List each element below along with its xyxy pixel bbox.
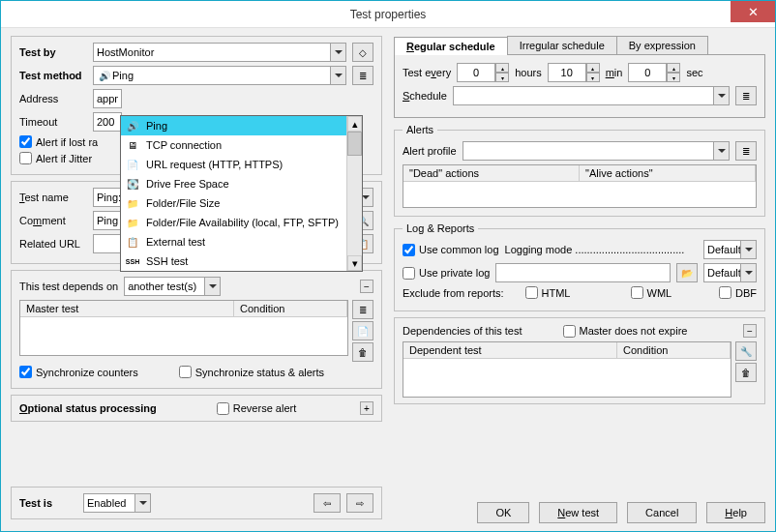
wml-checkbox[interactable] — [631, 286, 643, 299]
dropdown-item-drive[interactable]: 💽Drive Free Space — [121, 174, 362, 193]
address-label: Address — [19, 93, 87, 104]
timeout-label: Timeout — [19, 116, 87, 128]
reverse-alert-checkbox[interactable] — [217, 402, 229, 415]
private-log-input[interactable] — [495, 263, 671, 282]
dropdown-item-url[interactable]: 📄URL request (HTTP, HTTPS) — [121, 155, 362, 174]
chevron-down-icon[interactable] — [740, 241, 756, 258]
test-name-label: Test name — [19, 192, 87, 203]
master-test-table[interactable]: Master testCondition — [19, 300, 348, 356]
schedule-combo[interactable] — [453, 86, 730, 105]
folder-icon[interactable]: 📂 — [676, 263, 698, 282]
dropdown-item-tcp[interactable]: 🖥TCP connection — [121, 135, 362, 155]
chevron-down-icon[interactable] — [713, 142, 729, 160]
dbf-checkbox[interactable] — [719, 286, 731, 299]
use-common-checkbox[interactable] — [403, 244, 415, 256]
help-button[interactable]: Help — [706, 502, 765, 523]
sec-spinner[interactable]: ▴▾ — [628, 63, 680, 82]
comment-label: Comment — [19, 215, 87, 226]
chevron-down-icon[interactable] — [204, 278, 220, 295]
schedule-label: Schedule — [403, 90, 447, 102]
dropdown-item-ping[interactable]: 🔊Ping — [121, 116, 362, 135]
depends-label: This test depends on — [19, 281, 118, 292]
alert-lost-checkbox[interactable] — [19, 135, 32, 148]
logging-mode-combo[interactable]: Default — [703, 240, 757, 259]
master-expire-checkbox[interactable] — [563, 325, 576, 338]
html-checkbox[interactable] — [525, 286, 538, 299]
chevron-down-icon[interactable] — [713, 87, 729, 104]
tab-regular[interactable]: Regular schedule — [394, 37, 508, 55]
sync-status-checkbox[interactable] — [179, 366, 192, 378]
test-every-label: Test every — [403, 67, 451, 78]
next-button[interactable]: ⇨ — [346, 493, 373, 513]
deps-label: Dependencies of this test — [403, 325, 522, 337]
alert-jitter-checkbox[interactable] — [19, 152, 32, 164]
test-by-label: Test by — [19, 46, 87, 58]
log-fieldset: Log & Reports Use common log Logging mod… — [394, 222, 765, 311]
expand-icon[interactable]: + — [360, 401, 373, 415]
col-master: Master test — [20, 301, 234, 316]
test-by-combo[interactable]: HostMonitor — [93, 43, 346, 62]
scroll-up-icon[interactable]: ▴ — [347, 116, 362, 132]
private-mode-combo[interactable]: Default — [703, 263, 757, 282]
dependent-table[interactable]: Dependent testCondition — [403, 341, 731, 398]
alert-profile-label: Alert profile — [403, 145, 457, 157]
test-is-label: Test is — [19, 497, 52, 509]
close-button[interactable]: ✕ — [731, 1, 775, 22]
list-icon[interactable]: ≣ — [735, 86, 757, 105]
chevron-down-icon[interactable] — [740, 264, 756, 281]
window: Test properties ✕ Test by HostMonitor ◇ … — [0, 0, 776, 532]
list-icon[interactable]: ≣ — [352, 66, 373, 85]
schedule-tabs: Regular schedule Irregular schedule By e… — [394, 36, 765, 55]
cancel-button[interactable]: Cancel — [627, 502, 697, 523]
chevron-down-icon[interactable] — [330, 67, 345, 84]
scroll-down-icon[interactable]: ▾ — [347, 255, 362, 271]
alert-profile-combo[interactable] — [463, 141, 730, 161]
collapse-icon[interactable]: − — [743, 324, 757, 338]
delete-icon[interactable]: 🗑 — [352, 342, 373, 362]
alerts-fieldset: Alerts Alert profile ≣ "Dead" actions"Al… — [394, 124, 765, 217]
titlebar: Test properties ✕ — [1, 1, 775, 28]
collapse-icon[interactable]: − — [360, 280, 373, 293]
dropdown-item-external[interactable]: 📋External test — [121, 232, 362, 251]
test-method-dropdown: 🔊Ping 🖥TCP connection 📄URL request (HTTP… — [120, 115, 363, 272]
dropdown-item-folder-size[interactable]: 📁Folder/File Size — [121, 193, 362, 213]
sync-counters-checkbox[interactable] — [19, 366, 32, 378]
col-condition: Condition — [234, 301, 347, 316]
test-method-combo[interactable]: 🔊Ping — [93, 66, 346, 85]
use-private-checkbox[interactable] — [403, 267, 415, 280]
scroll-thumb[interactable] — [347, 132, 362, 156]
list-icon[interactable]: ≣ — [352, 300, 373, 319]
tool-icon[interactable]: 🔧 — [735, 341, 757, 361]
optional-status-label: Optional status processing — [19, 402, 157, 414]
timeout-input[interactable] — [93, 112, 122, 132]
list-icon[interactable]: ≣ — [735, 141, 757, 161]
chevron-down-icon[interactable] — [330, 44, 345, 61]
dropdown-scrollbar[interactable]: ▴ ▾ — [346, 116, 362, 271]
actions-table[interactable]: "Dead" actions"Alive actions" — [403, 164, 757, 208]
tab-expression[interactable]: By expression — [616, 36, 708, 54]
test-method-label: Test method — [19, 70, 87, 81]
test-is-combo[interactable]: Enabled — [83, 493, 151, 513]
delete-icon[interactable]: 🗑 — [735, 363, 757, 382]
min-spinner[interactable]: ▴▾ — [548, 63, 600, 82]
tab-irregular[interactable]: Irregular schedule — [507, 36, 617, 54]
eraser-icon[interactable]: ◇ — [352, 43, 373, 62]
related-url-label: Related URL — [19, 238, 87, 250]
new-test-button[interactable]: New test — [539, 502, 617, 523]
chevron-down-icon[interactable] — [134, 494, 150, 512]
window-title: Test properties — [350, 8, 427, 21]
dropdown-item-ssh[interactable]: SSHSSH test — [121, 251, 362, 271]
depends-combo[interactable]: another test(s) — [124, 277, 221, 296]
dropdown-item-folder-avail[interactable]: 📁Folder/File Availability (local, FTP, S… — [121, 213, 362, 232]
hours-spinner[interactable]: ▴▾ — [457, 63, 509, 82]
ok-button[interactable]: OK — [477, 502, 529, 523]
address-input[interactable] — [93, 89, 122, 108]
prev-button[interactable]: ⇦ — [313, 493, 341, 513]
alert-lost-label: Alert if lost ra — [36, 136, 98, 148]
alert-jitter-label: Alert if Jitter — [36, 153, 92, 164]
new-icon[interactable]: 📄 — [352, 321, 373, 340]
